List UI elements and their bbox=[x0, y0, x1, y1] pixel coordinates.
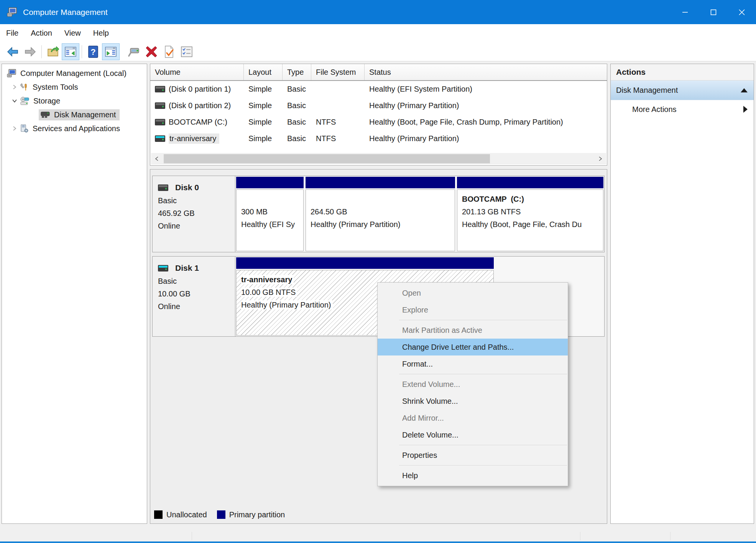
tree-item-label: Computer Management (Local) bbox=[20, 69, 127, 78]
disk-kind: Basic bbox=[158, 275, 235, 288]
partition-primary[interactable]: 264.50 GB Healthy (Primary Partition) bbox=[306, 177, 455, 251]
close-icon[interactable] bbox=[728, 0, 756, 24]
column-header-file-system[interactable]: File System bbox=[311, 64, 365, 80]
disk-size: 465.92 GB bbox=[158, 207, 235, 220]
properties-check-icon[interactable] bbox=[160, 43, 178, 60]
toolbar-separator bbox=[41, 45, 42, 58]
show-action-pane-icon[interactable] bbox=[102, 43, 120, 60]
menu-item-mark-partition-active[interactable]: Mark Partition as Active bbox=[378, 322, 568, 339]
menu-item-add-mirror[interactable]: Add Mirror... bbox=[378, 410, 568, 426]
toolbar: ? bbox=[0, 42, 756, 61]
tree-item-disk-management[interactable]: Disk Management bbox=[2, 108, 147, 122]
volume-status: Healthy (Primary Partition) bbox=[365, 134, 607, 143]
menu-separator bbox=[399, 374, 567, 374]
column-header-status[interactable]: Status bbox=[365, 64, 607, 80]
scroll-right-icon[interactable] bbox=[595, 153, 606, 165]
table-row[interactable]: (Disk 0 partition 1) Simple Basic Health… bbox=[150, 81, 607, 97]
menu-action[interactable]: Action bbox=[25, 24, 58, 42]
tree-item-services-applications[interactable]: Services and Applications bbox=[2, 122, 147, 135]
menu-item-extend-volume[interactable]: Extend Volume... bbox=[378, 376, 568, 393]
tree-item-system-tools[interactable]: System Tools bbox=[2, 80, 147, 94]
volume-fs: NTFS bbox=[311, 118, 365, 127]
window-controls bbox=[671, 0, 756, 24]
partition-size: 10.00 GB NTFS bbox=[241, 288, 297, 297]
status-separator bbox=[670, 532, 671, 540]
menu-item-shrink-volume[interactable]: Shrink Volume... bbox=[378, 393, 568, 410]
volume-type: Basic bbox=[283, 101, 311, 110]
computer-management-window: Computer Management File Action View Hel… bbox=[0, 0, 756, 543]
minimize-icon[interactable] bbox=[671, 0, 699, 24]
volume-drive-icon bbox=[155, 119, 165, 125]
column-header-volume[interactable]: Volume bbox=[150, 64, 244, 80]
menu-item-properties[interactable]: Properties bbox=[378, 447, 568, 464]
show-console-tree-icon[interactable] bbox=[62, 43, 79, 60]
collapse-icon[interactable] bbox=[741, 88, 748, 92]
menu-help[interactable]: Help bbox=[87, 24, 115, 42]
chevron-right-icon[interactable] bbox=[10, 84, 20, 90]
partition-status: Healthy (EFI Sy bbox=[241, 218, 299, 231]
remote-device-icon[interactable] bbox=[125, 43, 143, 60]
tree-selection: Disk Management bbox=[39, 109, 120, 120]
menu-view[interactable]: View bbox=[58, 24, 87, 42]
window-title: Computer Management bbox=[23, 8, 108, 17]
primary-partition-swatch bbox=[217, 510, 225, 519]
partition-status: Healthy (Primary Partition) bbox=[311, 218, 450, 231]
actions-group-label: Disk Management bbox=[616, 86, 741, 95]
volume-name: (Disk 0 partition 2) bbox=[169, 101, 231, 110]
status-separator bbox=[192, 532, 192, 540]
forward-icon[interactable] bbox=[21, 43, 39, 60]
menu-file[interactable]: File bbox=[0, 24, 25, 42]
chevron-right-icon[interactable] bbox=[10, 126, 20, 131]
tree-item-storage[interactable]: Storage bbox=[2, 94, 147, 108]
unallocated-swatch bbox=[154, 510, 163, 519]
tree-item-computer-management[interactable]: Computer Management (Local) bbox=[2, 66, 147, 80]
actions-group-disk-management[interactable]: Disk Management bbox=[611, 81, 754, 100]
legend-label: Unallocated bbox=[166, 510, 207, 519]
partition-efi[interactable]: 300 MB Healthy (EFI Sy bbox=[236, 177, 304, 251]
delete-icon[interactable] bbox=[143, 43, 160, 60]
menu-item-explore[interactable]: Explore bbox=[378, 301, 568, 318]
checklist-icon[interactable] bbox=[178, 43, 196, 60]
app-icon bbox=[6, 7, 18, 18]
disk-1-label-box[interactable]: Disk 1 Basic 10.00 GB Online bbox=[153, 257, 235, 336]
volume-type: Basic bbox=[283, 85, 311, 94]
horizontal-scrollbar[interactable] bbox=[151, 153, 606, 165]
disk-icon-selected bbox=[158, 265, 168, 272]
scroll-left-icon[interactable] bbox=[151, 153, 163, 165]
menu-item-help[interactable]: Help bbox=[378, 467, 568, 484]
actions-title: Actions bbox=[611, 64, 754, 81]
column-header-layout[interactable]: Layout bbox=[244, 64, 283, 80]
volume-layout: Simple bbox=[244, 85, 283, 94]
table-row-selected[interactable]: tr-anniversary Simple Basic NTFS Healthy… bbox=[150, 130, 607, 147]
volume-name: tr-anniversary bbox=[169, 133, 219, 144]
maximize-icon[interactable] bbox=[699, 0, 728, 24]
column-header-type[interactable]: Type bbox=[283, 64, 311, 80]
tree-item-label: Services and Applications bbox=[33, 124, 120, 133]
menu-bar: File Action View Help bbox=[0, 24, 756, 42]
menu-separator bbox=[399, 465, 567, 466]
table-row[interactable]: BOOTCAMP (C:) Simple Basic NTFS Healthy … bbox=[150, 114, 607, 130]
menu-item-format[interactable]: Format... bbox=[378, 355, 568, 372]
back-icon[interactable] bbox=[4, 43, 21, 60]
export-list-icon[interactable] bbox=[44, 43, 62, 60]
scrollbar-thumb[interactable] bbox=[164, 154, 490, 163]
menu-item-change-drive-letter[interactable]: Change Drive Letter and Paths... bbox=[378, 339, 568, 355]
partition-status: Healthy (Primary Partition) bbox=[241, 300, 333, 309]
disk-0-label-box[interactable]: Disk 0 Basic 465.92 GB Online bbox=[153, 176, 235, 252]
help-icon[interactable]: ? bbox=[84, 43, 102, 60]
volume-type: Basic bbox=[283, 118, 311, 127]
volume-drive-icon bbox=[155, 86, 165, 92]
table-row[interactable]: (Disk 0 partition 2) Simple Basic Health… bbox=[150, 97, 607, 114]
system-tools-icon bbox=[20, 82, 29, 92]
volume-layout: Simple bbox=[244, 134, 283, 143]
partition-bootcamp[interactable]: BOOTCAMP (C:) 201.13 GB NTFS Healthy (Bo… bbox=[457, 177, 603, 251]
menu-item-open[interactable]: Open bbox=[378, 285, 568, 301]
toolbar-separator bbox=[82, 45, 82, 58]
svg-text:?: ? bbox=[90, 47, 95, 57]
chevron-down-icon[interactable] bbox=[10, 99, 20, 103]
menu-item-delete-volume[interactable]: Delete Volume... bbox=[378, 426, 568, 443]
volume-layout: Simple bbox=[244, 101, 283, 110]
more-actions-item[interactable]: More Actions bbox=[611, 100, 754, 118]
partition-size: 264.50 GB bbox=[311, 206, 450, 218]
legend-label: Primary partition bbox=[229, 510, 285, 519]
